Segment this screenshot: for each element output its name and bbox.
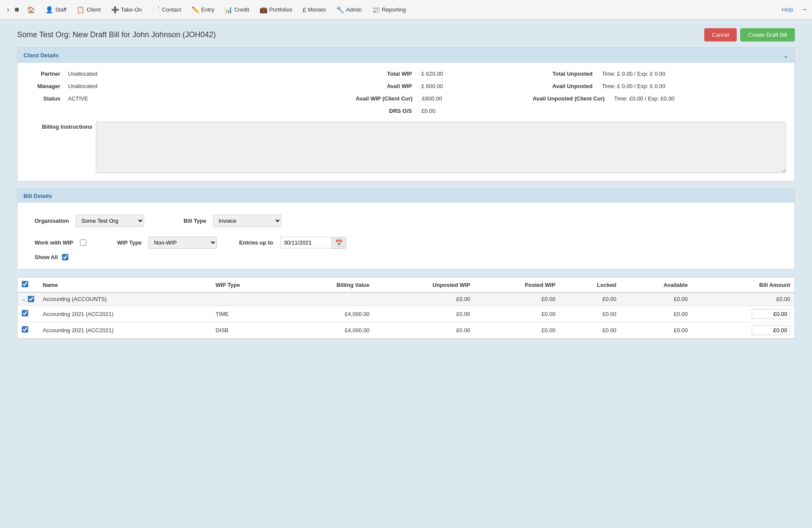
reporting-icon: 📰	[372, 6, 380, 14]
status-row: Status ACTIVE	[26, 95, 279, 102]
staff-icon: 👤	[45, 6, 53, 14]
nav-arrow-right[interactable]: →	[800, 5, 808, 14]
row-name: Accounting 2021 (ACC2021)	[38, 306, 211, 322]
billing-instructions-row: Billing Instructions	[26, 122, 786, 173]
avail-unposted-value: Time: £ 0.00 / Exp: £ 0.00	[602, 83, 665, 89]
entries-up-date-input[interactable]	[280, 237, 331, 248]
nav-admin-label: Admin	[346, 6, 362, 13]
bill-details-panel: Bill Details Organisation Some Test Org …	[17, 189, 795, 269]
bill-details-title: Bill Details	[24, 193, 52, 199]
partner-row: Partner Unallocated	[26, 71, 279, 77]
nav-contact[interactable]: 📄 Contact	[147, 0, 186, 19]
nav-entry-label: Entry	[201, 6, 214, 13]
row-checkbox[interactable]	[22, 310, 28, 316]
client-details-header[interactable]: Client Details ⌄	[18, 48, 794, 63]
admin-icon: 🔧	[336, 6, 344, 14]
row-locked: £0.00	[560, 306, 621, 322]
nav-client[interactable]: 📋 Client	[71, 0, 106, 19]
entries-up-date-wrapper: 📅	[280, 237, 346, 249]
col-bill-amount: Bill Amount	[692, 277, 794, 292]
row-posted-wip: £0.00	[475, 306, 560, 322]
nav-contact-label: Contact	[162, 6, 181, 13]
row-checkbox[interactable]	[22, 326, 28, 333]
bill-form-row1: Organisation Some Test Org Bill Type Inv…	[26, 209, 786, 230]
avail-wip-cur-label: Avail WIP (Client Cur)	[356, 95, 413, 102]
row-available: £0.00	[621, 322, 692, 338]
avail-unposted-cur-label: Avail Unposted (Client Cur)	[533, 95, 605, 102]
row-billing-value: £4,000.00	[283, 306, 374, 322]
wip-type-select[interactable]: Non-WIP WIP	[148, 236, 217, 249]
avail-unposted-label: Avail Unposted	[533, 83, 593, 89]
avail-wip-row: Avail WIP £ 600.00	[279, 83, 532, 89]
row-bill-amount: £0.00	[692, 292, 794, 306]
nav-takeon[interactable]: ➕ Take-On	[106, 0, 147, 19]
row-available: £0.00	[621, 306, 692, 322]
nav-staff[interactable]: 👤 Staff	[40, 0, 72, 19]
row-wip-type	[211, 292, 283, 306]
org-select[interactable]: Some Test Org	[76, 215, 144, 227]
avail-wip-label: Avail WIP	[356, 83, 412, 89]
row-wip-type: TIME	[211, 306, 283, 322]
status-label: Status	[26, 95, 60, 102]
col-wip-type: WIP Type	[211, 277, 283, 292]
row-locked: £0.00	[560, 292, 621, 306]
calendar-button[interactable]: 📅	[331, 237, 346, 249]
status-value: ACTIVE	[68, 95, 88, 102]
nav-monies[interactable]: £ Monies	[298, 0, 331, 19]
cancel-button[interactable]: Cancel	[704, 28, 737, 41]
row-unposted-wip: £0.00	[374, 292, 474, 306]
total-wip-row: Total WIP £ 620.00	[279, 71, 532, 77]
nav-reporting[interactable]: 📰 Reporting	[367, 0, 411, 19]
work-wip-label: Work with WIP	[35, 239, 73, 246]
row-name: Accounting (ACCOUNTS)	[38, 292, 211, 306]
drs-value: £0.00	[421, 108, 455, 114]
portfolios-icon: 💼	[260, 6, 268, 14]
row-checkbox-cell	[18, 306, 38, 322]
bill-amount-input[interactable]	[752, 309, 790, 319]
nav-folder-icon[interactable]: ■	[12, 5, 22, 14]
nav-back-arrow[interactable]: ›	[4, 5, 12, 14]
home-icon: 🏠	[27, 6, 35, 14]
nav-admin[interactable]: 🔧 Admin	[331, 0, 367, 19]
collapse-icon[interactable]: ⌄	[22, 296, 26, 302]
table-header: Name WIP Type Billing Value Unposted WIP…	[18, 277, 794, 292]
show-all-checkbox[interactable]	[62, 254, 68, 260]
nav-portfolios[interactable]: 💼 Portfolios	[254, 0, 298, 19]
client-details-title: Client Details	[24, 52, 59, 59]
nav-client-label: Client	[86, 6, 100, 13]
row-unposted-wip: £0.00	[374, 306, 474, 322]
bill-details-header[interactable]: Bill Details	[18, 189, 794, 203]
main-content: Some Test Org: New Draft Bill for John J…	[0, 20, 812, 528]
col-available: Available	[621, 277, 692, 292]
work-wip-checkbox[interactable]	[80, 239, 86, 246]
entry-icon: ✏️	[192, 6, 200, 14]
total-wip-value: £ 620.00	[421, 71, 455, 77]
create-draft-bill-button[interactable]: Create Draft Bill	[740, 28, 795, 41]
avail-wip-cur-row: Avail WIP (Client Cur) £600.00	[279, 95, 532, 102]
billing-instructions-textarea[interactable]	[96, 122, 786, 173]
select-all-checkbox[interactable]	[22, 281, 28, 287]
row-bill-amount-cell	[692, 322, 794, 338]
row-posted-wip: £0.00	[475, 292, 560, 306]
client-icon: 📋	[77, 6, 85, 14]
bill-amount-input[interactable]	[752, 325, 790, 335]
total-wip-label: Total WIP	[356, 71, 412, 77]
row-checkbox[interactable]	[28, 296, 34, 302]
nav-help[interactable]: Help	[782, 6, 793, 13]
avail-unposted-cur-value: Time: £0.00 / Exp: £0.00	[614, 95, 674, 102]
col-billing-value: Billing Value	[283, 277, 374, 292]
nav-portfolios-label: Portfolios	[269, 6, 292, 13]
table-row: Accounting 2021 (ACC2021) TIME £4,000.00…	[18, 306, 794, 322]
bill-type-select[interactable]: Invoice Credit Note Proforma	[213, 215, 281, 227]
drs-label: DRS O/S	[356, 108, 412, 114]
row-unposted-wip: £0.00	[374, 322, 474, 338]
table-body: ⌄ Accounting (ACCOUNTS) £0.00 £0.00 £0.0…	[18, 292, 794, 338]
wip-type-label: WIP Type	[117, 239, 142, 246]
bill-form-row3: Show All	[26, 252, 786, 266]
nav-home[interactable]: 🏠	[22, 0, 40, 19]
row-bill-amount-cell	[692, 306, 794, 322]
nav-credit[interactable]: 📊 Credit	[219, 0, 254, 19]
billing-instructions-label: Billing Instructions	[26, 122, 92, 130]
nav-entry[interactable]: ✏️ Entry	[186, 0, 219, 19]
nav-reporting-label: Reporting	[382, 6, 406, 13]
